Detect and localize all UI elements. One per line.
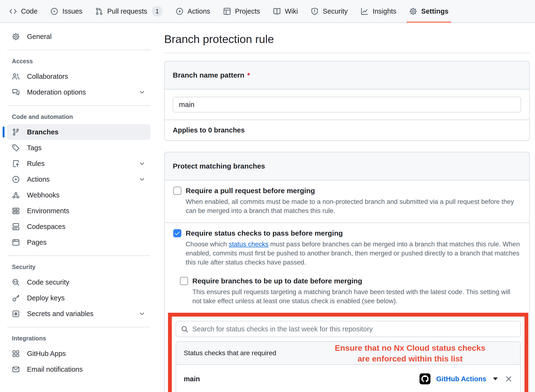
- status-checks-link[interactable]: status checks: [229, 240, 268, 248]
- tab-actions[interactable]: Actions: [170, 0, 215, 22]
- annotation-note: Ensure that no Nx Cloud status checks ar…: [307, 343, 513, 364]
- branch-name-pattern-input[interactable]: [173, 97, 521, 112]
- github-logo: [420, 373, 430, 384]
- status-checks-list-header: Status checks that are required Ensure t…: [176, 342, 520, 365]
- settings-sidebar: General Access Collaborators Moderation …: [0, 23, 157, 392]
- git-branch-icon: [12, 128, 20, 136]
- sidebar-item-github-apps[interactable]: GitHub Apps: [7, 346, 150, 361]
- tab-pull-requests[interactable]: Pull requests 1: [90, 0, 168, 22]
- status-check-row: main GitHub Actions: [176, 365, 520, 392]
- table-icon: [223, 7, 231, 15]
- applies-to-branches-text: Applies to 0 branches: [165, 120, 529, 140]
- key-icon: [12, 294, 20, 302]
- issue-opened-icon: [50, 7, 58, 15]
- status-check-name: main: [184, 375, 200, 383]
- caret-down-icon[interactable]: [493, 377, 498, 380]
- github-actions-link[interactable]: GitHub Actions: [436, 375, 486, 383]
- rules-icon: [12, 160, 20, 168]
- sidebar-item-tags[interactable]: Tags: [7, 140, 150, 156]
- require-status-checks-checkbox[interactable]: [173, 229, 181, 237]
- code-icon: [9, 7, 17, 15]
- tab-insights[interactable]: Insights: [355, 0, 402, 22]
- tab-wiki[interactable]: Wiki: [268, 0, 303, 22]
- sidebar-item-email-notifications[interactable]: Email notifications: [7, 361, 150, 377]
- tab-projects[interactable]: Projects: [218, 0, 265, 22]
- option-label: Require status checks to pass before mer…: [186, 229, 343, 237]
- git-pull-request-icon: [95, 7, 103, 15]
- title-divider: [164, 53, 530, 53]
- codespaces-icon: [12, 223, 20, 231]
- browser-icon: [12, 238, 20, 246]
- sidebar-divider: [7, 255, 150, 256]
- sidebar-item-rules[interactable]: Rules: [7, 156, 150, 171]
- sidebar-item-branches[interactable]: Branches: [7, 124, 150, 140]
- asterisk-box-icon: [12, 310, 20, 318]
- require-up-to-date-checkbox[interactable]: [180, 277, 188, 285]
- sidebar-item-deploy-keys[interactable]: Deploy keys: [7, 290, 150, 306]
- sidebar-item-moderation-options[interactable]: Moderation options: [7, 84, 150, 100]
- webhook-icon: [12, 191, 20, 199]
- pull-requests-count-badge: 1: [152, 6, 163, 17]
- tab-settings[interactable]: Settings: [404, 0, 454, 22]
- sidebar-section-access: Access: [7, 55, 150, 69]
- sidebar-item-webhooks[interactable]: Webhooks: [7, 187, 150, 203]
- graph-icon: [361, 7, 368, 15]
- book-icon: [273, 7, 281, 15]
- gear-icon: [409, 7, 417, 15]
- branch-name-pattern-card: Branch name pattern * Applies to 0 branc…: [164, 61, 530, 141]
- require-status-checks-option: Require status checks to pass before mer…: [165, 223, 529, 392]
- branch-name-pattern-row: [165, 90, 529, 120]
- require-up-to-date-option: Require branches to be up to date before…: [180, 277, 521, 306]
- sidebar-divider: [7, 50, 150, 50]
- option-label: Require a pull request before merging: [186, 187, 315, 195]
- option-label: Require branches to be up to date before…: [192, 277, 362, 285]
- option-description: Choose which status checks must pass bef…: [186, 240, 521, 267]
- required-asterisk: *: [247, 71, 250, 79]
- annotation-highlight-box: Status checks that are required Ensure t…: [168, 313, 528, 392]
- tab-security[interactable]: Security: [305, 0, 353, 22]
- sidebar-item-actions[interactable]: Actions: [7, 171, 150, 187]
- sidebar-item-secrets-and-variables[interactable]: Secrets and variables: [7, 306, 150, 322]
- search-icon: [181, 325, 189, 333]
- code-scan-icon: [12, 278, 20, 286]
- shield-icon: [311, 7, 319, 15]
- people-icon: [12, 73, 20, 80]
- branch-name-pattern-header: Branch name pattern *: [165, 61, 529, 90]
- gear-icon: [12, 33, 20, 41]
- sidebar-divider: [7, 327, 150, 327]
- comment-discussion-icon: [12, 88, 20, 96]
- required-status-checks-box: Status checks that are required Ensure t…: [176, 341, 521, 392]
- page-title: Branch protection rule: [164, 32, 530, 46]
- sidebar-item-code-security[interactable]: Code security: [7, 274, 150, 290]
- remove-status-check-button[interactable]: [505, 375, 513, 383]
- play-icon: [176, 7, 184, 15]
- sidebar-item-pages[interactable]: Pages: [7, 234, 150, 250]
- option-description: This ensures pull requests targeting a m…: [192, 287, 521, 306]
- tab-code[interactable]: Code: [4, 0, 43, 22]
- branch-protection-rule-page: Branch protection rule Branch name patte…: [164, 23, 530, 392]
- sidebar-divider: [7, 105, 150, 106]
- protect-matching-branches-card: Protect matching branches Require a pull…: [164, 152, 530, 392]
- tag-icon: [12, 144, 20, 152]
- tab-issues[interactable]: Issues: [45, 0, 88, 22]
- chevron-down-icon[interactable]: [138, 176, 146, 183]
- sidebar-item-collaborators[interactable]: Collaborators: [7, 69, 150, 84]
- chevron-down-icon[interactable]: [138, 160, 146, 167]
- sidebar-item-codespaces[interactable]: Codespaces: [7, 219, 150, 234]
- sidebar-section-code-automation: Code and automation: [7, 111, 150, 124]
- repo-tab-bar: Code Issues Pull requests 1 Actions Proj…: [0, 0, 535, 23]
- apps-grid-icon: [12, 350, 20, 358]
- chevron-down-icon[interactable]: [138, 89, 146, 96]
- protect-matching-branches-header: Protect matching branches: [165, 152, 529, 180]
- sidebar-item-general[interactable]: General: [7, 29, 150, 44]
- mail-icon: [12, 366, 20, 373]
- sidebar-item-environments[interactable]: Environments: [7, 203, 150, 219]
- sidebar-section-security: Security: [7, 261, 150, 274]
- status-check-search-input[interactable]: [176, 321, 521, 337]
- status-check-search: [176, 321, 521, 337]
- require-pull-request-option: Require a pull request before merging Wh…: [165, 180, 529, 223]
- option-description: When enabled, all commits must be made t…: [186, 197, 521, 215]
- require-pull-request-checkbox[interactable]: [173, 187, 181, 195]
- sidebar-section-integrations: Integrations: [7, 333, 150, 346]
- chevron-down-icon[interactable]: [138, 310, 146, 317]
